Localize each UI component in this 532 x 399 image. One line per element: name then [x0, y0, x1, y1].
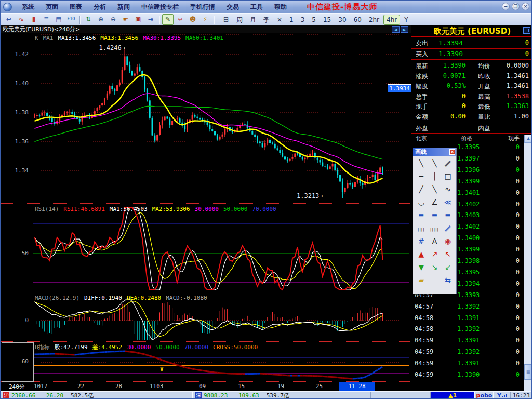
arrow-nw-icon[interactable]: ↖ [441, 248, 455, 261]
tick-qty: 0 [516, 314, 520, 322]
tape-scrollbar[interactable]: ▲ ▦ ▼ [524, 135, 532, 399]
menu-图表[interactable]: 图表 [64, 1, 88, 13]
text-tool-icon[interactable]: A [428, 235, 442, 248]
golden-section-icon[interactable]: ≡ [415, 209, 428, 222]
prev-chart-button[interactable]: ◄ [392, 26, 400, 33]
parallel-lines-icon[interactable]: ∥ [441, 157, 455, 170]
timeframe-日[interactable]: 日 [220, 15, 232, 25]
arrow-down-icon[interactable]: ▼ [415, 261, 428, 274]
quote-label: 幅度 [416, 82, 428, 91]
next-chart-button[interactable]: ► [401, 26, 408, 33]
toolbar-icons: ↩∿▮≣▤F10⇅⊕⊖☛▣⇥✎⍾☻☻⚡ [3, 14, 216, 25]
menu-新闻[interactable]: 新闻 [112, 1, 136, 13]
candlestick-icon[interactable]: ▮ [28, 14, 39, 25]
arrow-ne-icon[interactable]: ↗ [428, 248, 442, 261]
restore-button[interactable]: ❐ [512, 3, 520, 10]
arc-icon[interactable]: ◡ [415, 196, 428, 209]
quote-label: 金额 [416, 113, 428, 122]
tick-row[interactable]: 04:581.33910 [411, 313, 525, 324]
rsi-panel[interactable] [1, 204, 411, 292]
timeframe-30[interactable]: 30 [335, 15, 349, 25]
line-chart-icon[interactable]: ∿ [16, 14, 27, 25]
rectangle-icon[interactable]: □ [441, 170, 455, 183]
arrow-se-icon[interactable]: ↘ [428, 261, 442, 274]
tick-row[interactable]: 04:591.33910 [411, 335, 525, 346]
time-ruler-icon[interactable]: |||| [415, 222, 428, 235]
scroll-up-icon[interactable]: ▲ [524, 135, 532, 143]
timeframe-Y[interactable]: Y [401, 15, 411, 25]
gann-grid-icon[interactable]: # [415, 235, 428, 248]
main-price-chart[interactable] [1, 33, 411, 203]
timeframe-60[interactable]: 60 [351, 15, 365, 25]
timeframe-月[interactable]: 月 [247, 15, 259, 25]
menu-帮助[interactable]: 帮助 [269, 1, 292, 13]
arrow-sw-icon[interactable]: ↙ [441, 261, 455, 274]
zoom-out-icon[interactable]: ⊖ [108, 14, 119, 25]
window-switch-icon[interactable]: ▣ [132, 14, 144, 25]
f10-icon[interactable]: F10 [65, 14, 77, 25]
tick-qty: 0 [516, 246, 520, 253]
timeframe-周[interactable]: 周 [233, 15, 246, 25]
drag-hand-icon[interactable]: ☛ [120, 14, 131, 25]
timeframe-×[interactable]: × [274, 15, 285, 25]
app-icon[interactable] [3, 3, 12, 11]
news-icon[interactable]: ▤ [53, 14, 64, 25]
menu-手机行情[interactable]: 手机行情 [184, 1, 221, 13]
panel-restore-icon[interactable] [523, 27, 530, 34]
zoom-in-icon[interactable]: ⊕ [95, 14, 107, 25]
slant-channel-icon[interactable]: ∥ [441, 222, 455, 235]
menu-交易[interactable]: 交易 [221, 1, 245, 13]
menu-工具[interactable]: 工具 [245, 1, 269, 13]
angle-line-icon[interactable]: ∠ [428, 196, 442, 209]
export-icon[interactable]: ⇥ [145, 14, 156, 25]
segment-icon[interactable]: ╲ [428, 157, 442, 170]
timeframe-5[interactable]: 5 [309, 15, 319, 25]
panel-separator [1, 203, 410, 204]
tick-time: 04:59 [415, 348, 433, 355]
horizontal-line-icon[interactable]: ─ [415, 170, 428, 183]
close-button[interactable]: × [522, 3, 529, 10]
timeframe-3[interactable]: 3 [298, 15, 308, 25]
tick-row[interactable]: 04:591.33900 [411, 369, 525, 380]
vertical-line-icon[interactable]: │ [428, 170, 442, 183]
menu-分析[interactable]: 分析 [88, 1, 112, 13]
timeframe-1[interactable]: 1 [286, 15, 297, 25]
ray-line-icon[interactable]: ╱ [415, 183, 428, 196]
organize-icon[interactable]: ⇆ [441, 274, 455, 287]
trendline-icon[interactable]: ╲ [415, 157, 428, 170]
tick-row[interactable]: 04:591.33920 [411, 347, 525, 357]
menu-系统[interactable]: 系统 [16, 1, 40, 13]
refresh-icon[interactable]: ⇅ [83, 14, 94, 25]
menu-中信建投专栏[interactable]: 中信建投专栏 [136, 1, 184, 13]
flash-icon[interactable]: ⚡ [200, 14, 211, 25]
tick-time: 04:57 [415, 303, 433, 310]
users-icon[interactable]: ☻☻ [187, 14, 198, 25]
draw-icon[interactable]: ✎ [162, 14, 174, 25]
scrollbar-thumb[interactable]: ▦ [524, 364, 532, 380]
drawing-toolbar-titlebar[interactable]: 画线 × [413, 148, 456, 156]
back-icon[interactable]: ↩ [3, 14, 15, 25]
timeframe-季[interactable]: 季 [260, 15, 273, 25]
quote-board-icon[interactable]: ≣ [41, 14, 52, 25]
timeframe-4hr[interactable]: 4hr [383, 15, 400, 25]
toolbar: ↩∿▮≣▤F10⇅⊕⊖☛▣⇥✎⍾☻☻⚡ 日周月季×1351530602hr4hr… [1, 13, 532, 25]
short-line-icon[interactable]: ╲ [428, 183, 442, 196]
timeframe-15[interactable]: 15 [320, 15, 334, 25]
tick-row[interactable]: 04:571.33920 [411, 301, 525, 312]
minimize-button[interactable]: − [502, 3, 510, 10]
regression-icon[interactable]: ≡ [441, 209, 455, 222]
gann-fan-icon[interactable]: ≪ [441, 196, 455, 209]
alarm-icon[interactable]: ⍾ [175, 14, 186, 25]
cycle-lines-icon[interactable]: ||||| [428, 222, 442, 235]
wave-line-icon[interactable]: ∿ [441, 183, 455, 196]
arrow-up-icon[interactable]: ▲ [415, 248, 428, 261]
gann-circle-icon[interactable]: ◉ [441, 235, 455, 248]
percent-lines-icon[interactable]: ≡ [428, 209, 442, 222]
eraser-icon[interactable]: ▰ [415, 274, 428, 287]
tick-row[interactable]: 04:581.33920 [411, 324, 525, 335]
tick-row[interactable]: 04:591.33910 [411, 358, 525, 369]
close-icon[interactable]: × [449, 149, 455, 155]
timeframe-2hr[interactable]: 2hr [366, 15, 382, 25]
menu-页面[interactable]: 页面 [40, 1, 64, 13]
tick-time: 04:59 [415, 360, 433, 367]
